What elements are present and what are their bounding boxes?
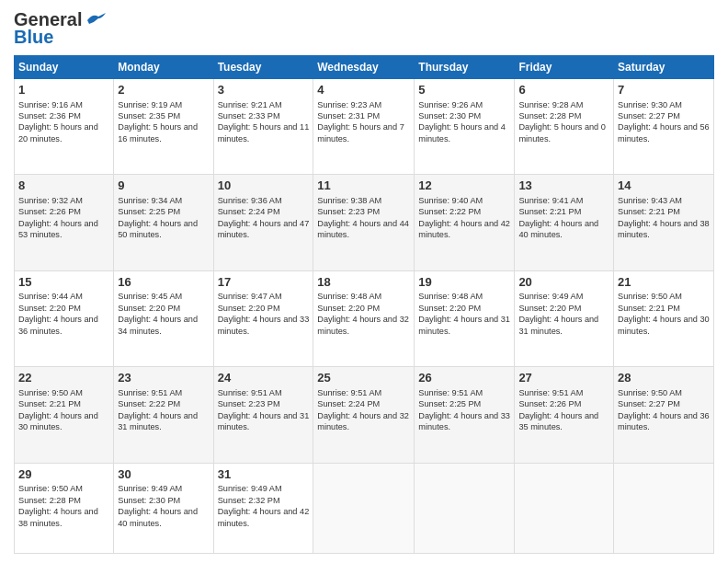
sunset-text: Sunset: 2:36 PM xyxy=(18,111,81,121)
daylight-text: Daylight: 4 hours and 34 minutes. xyxy=(118,315,198,335)
sunrise-text: Sunrise: 9:49 AM xyxy=(218,484,282,493)
calendar-week-row: 29Sunrise: 9:50 AMSunset: 2:28 PMDayligh… xyxy=(15,463,714,553)
sunrise-text: Sunrise: 9:51 AM xyxy=(218,388,282,397)
daylight-text: Daylight: 4 hours and 38 minutes. xyxy=(618,219,710,239)
daylight-text: Daylight: 5 hours and 4 minutes. xyxy=(418,122,506,143)
daylight-text: Daylight: 4 hours and 42 minutes. xyxy=(418,219,510,239)
day-number: 3 xyxy=(218,82,310,98)
sunrise-text: Sunrise: 9:51 AM xyxy=(518,388,583,397)
calendar-cell xyxy=(515,463,614,553)
calendar-cell: 8Sunrise: 9:32 AMSunset: 2:26 PMDaylight… xyxy=(15,175,114,270)
sunset-text: Sunset: 2:25 PM xyxy=(118,207,180,216)
calendar-cell: 27Sunrise: 9:51 AMSunset: 2:26 PMDayligh… xyxy=(515,367,614,463)
day-number: 6 xyxy=(518,82,609,98)
sunset-text: Sunset: 2:21 PM xyxy=(618,207,680,216)
daylight-text: Daylight: 4 hours and 42 minutes. xyxy=(218,507,310,527)
sunrise-text: Sunrise: 9:49 AM xyxy=(118,484,182,493)
daylight-text: Daylight: 4 hours and 38 minutes. xyxy=(18,507,98,527)
weekday-header-row: SundayMondayTuesdayWednesdayThursdayFrid… xyxy=(15,56,714,79)
sunrise-text: Sunrise: 9:48 AM xyxy=(317,292,381,301)
sunrise-text: Sunrise: 9:41 AM xyxy=(518,196,583,205)
calendar-cell: 6Sunrise: 9:28 AMSunset: 2:28 PMDaylight… xyxy=(515,79,614,175)
day-number: 31 xyxy=(218,466,310,483)
logo: General Blue xyxy=(14,9,106,48)
sunset-text: Sunset: 2:22 PM xyxy=(418,207,481,216)
calendar-cell xyxy=(614,463,714,553)
day-number: 19 xyxy=(418,274,510,291)
sunset-text: Sunset: 2:35 PM xyxy=(118,111,180,121)
sunset-text: Sunset: 2:27 PM xyxy=(618,399,680,408)
day-number: 13 xyxy=(518,178,609,194)
day-number: 20 xyxy=(518,274,609,291)
calendar-cell: 7Sunrise: 9:30 AMSunset: 2:27 PMDaylight… xyxy=(614,79,714,175)
daylight-text: Daylight: 4 hours and 36 minutes. xyxy=(18,315,98,335)
daylight-text: Daylight: 4 hours and 50 minutes. xyxy=(118,219,198,239)
calendar-cell: 20Sunrise: 9:49 AMSunset: 2:20 PMDayligh… xyxy=(515,270,614,366)
daylight-text: Daylight: 4 hours and 33 minutes. xyxy=(218,315,310,335)
calendar-cell: 18Sunrise: 9:48 AMSunset: 2:20 PMDayligh… xyxy=(313,270,415,366)
weekday-header: Monday xyxy=(114,56,213,79)
day-number: 21 xyxy=(618,274,710,291)
calendar-cell: 23Sunrise: 9:51 AMSunset: 2:22 PMDayligh… xyxy=(114,367,213,463)
sunrise-text: Sunrise: 9:48 AM xyxy=(418,292,483,301)
day-number: 26 xyxy=(418,370,510,386)
calendar-cell: 13Sunrise: 9:41 AMSunset: 2:21 PMDayligh… xyxy=(515,175,614,270)
calendar-week-row: 22Sunrise: 9:50 AMSunset: 2:21 PMDayligh… xyxy=(15,367,714,463)
sunset-text: Sunset: 2:20 PM xyxy=(418,304,481,313)
daylight-text: Daylight: 5 hours and 20 minutes. xyxy=(18,122,98,143)
sunrise-text: Sunrise: 9:50 AM xyxy=(18,388,83,397)
daylight-text: Daylight: 5 hours and 16 minutes. xyxy=(118,122,198,143)
sunrise-text: Sunrise: 9:32 AM xyxy=(18,196,83,205)
daylight-text: Daylight: 4 hours and 44 minutes. xyxy=(317,219,409,239)
sunrise-text: Sunrise: 9:40 AM xyxy=(418,196,483,205)
daylight-text: Daylight: 4 hours and 30 minutes. xyxy=(618,315,710,335)
day-number: 7 xyxy=(618,82,710,98)
daylight-text: Daylight: 4 hours and 53 minutes. xyxy=(18,219,98,239)
sunset-text: Sunset: 2:27 PM xyxy=(618,111,680,121)
sunset-text: Sunset: 2:24 PM xyxy=(218,207,280,216)
sunset-text: Sunset: 2:28 PM xyxy=(18,496,81,505)
sunrise-text: Sunrise: 9:38 AM xyxy=(317,196,381,205)
day-number: 16 xyxy=(118,274,209,291)
sunset-text: Sunset: 2:20 PM xyxy=(18,304,81,313)
calendar-cell: 28Sunrise: 9:50 AMSunset: 2:27 PMDayligh… xyxy=(614,367,714,463)
calendar-cell: 22Sunrise: 9:50 AMSunset: 2:21 PMDayligh… xyxy=(15,367,114,463)
calendar-week-row: 8Sunrise: 9:32 AMSunset: 2:26 PMDaylight… xyxy=(15,175,714,270)
daylight-text: Daylight: 4 hours and 33 minutes. xyxy=(418,411,510,431)
calendar-cell: 12Sunrise: 9:40 AMSunset: 2:22 PMDayligh… xyxy=(415,175,515,270)
sunrise-text: Sunrise: 9:51 AM xyxy=(317,388,381,397)
calendar-week-row: 15Sunrise: 9:44 AMSunset: 2:20 PMDayligh… xyxy=(15,270,714,366)
day-number: 28 xyxy=(618,370,710,386)
logo-blue: Blue xyxy=(14,27,53,48)
daylight-text: Daylight: 4 hours and 32 minutes. xyxy=(317,411,409,431)
calendar-cell: 29Sunrise: 9:50 AMSunset: 2:28 PMDayligh… xyxy=(15,463,114,553)
sunset-text: Sunset: 2:20 PM xyxy=(218,304,280,313)
weekday-header: Wednesday xyxy=(313,56,415,79)
page: General Blue SundayMondayTuesdayWednesda… xyxy=(0,0,728,563)
sunset-text: Sunset: 2:32 PM xyxy=(218,496,280,505)
daylight-text: Daylight: 5 hours and 11 minutes. xyxy=(218,122,310,143)
calendar-table: SundayMondayTuesdayWednesdayThursdayFrid… xyxy=(14,55,714,554)
daylight-text: Daylight: 4 hours and 31 minutes. xyxy=(418,315,510,335)
sunrise-text: Sunrise: 9:30 AM xyxy=(618,100,682,109)
daylight-text: Daylight: 4 hours and 31 minutes. xyxy=(218,411,310,431)
sunset-text: Sunset: 2:21 PM xyxy=(18,399,81,408)
sunrise-text: Sunrise: 9:50 AM xyxy=(618,292,682,301)
calendar-cell: 3Sunrise: 9:21 AMSunset: 2:33 PMDaylight… xyxy=(213,79,313,175)
sunset-text: Sunset: 2:22 PM xyxy=(118,399,180,408)
daylight-text: Daylight: 4 hours and 31 minutes. xyxy=(518,315,598,335)
sunrise-text: Sunrise: 9:49 AM xyxy=(518,292,583,301)
day-number: 9 xyxy=(118,178,209,194)
weekday-header: Tuesday xyxy=(213,56,313,79)
daylight-text: Daylight: 4 hours and 47 minutes. xyxy=(218,219,310,239)
sunset-text: Sunset: 2:23 PM xyxy=(218,399,280,408)
sunrise-text: Sunrise: 9:47 AM xyxy=(218,292,282,301)
day-number: 30 xyxy=(118,466,209,483)
sunrise-text: Sunrise: 9:34 AM xyxy=(118,196,182,205)
weekday-header: Sunday xyxy=(15,56,114,79)
daylight-text: Daylight: 4 hours and 35 minutes. xyxy=(518,411,598,431)
sunrise-text: Sunrise: 9:21 AM xyxy=(218,100,282,109)
sunrise-text: Sunrise: 9:43 AM xyxy=(618,196,682,205)
daylight-text: Daylight: 4 hours and 30 minutes. xyxy=(18,411,98,431)
sunset-text: Sunset: 2:20 PM xyxy=(518,304,581,313)
